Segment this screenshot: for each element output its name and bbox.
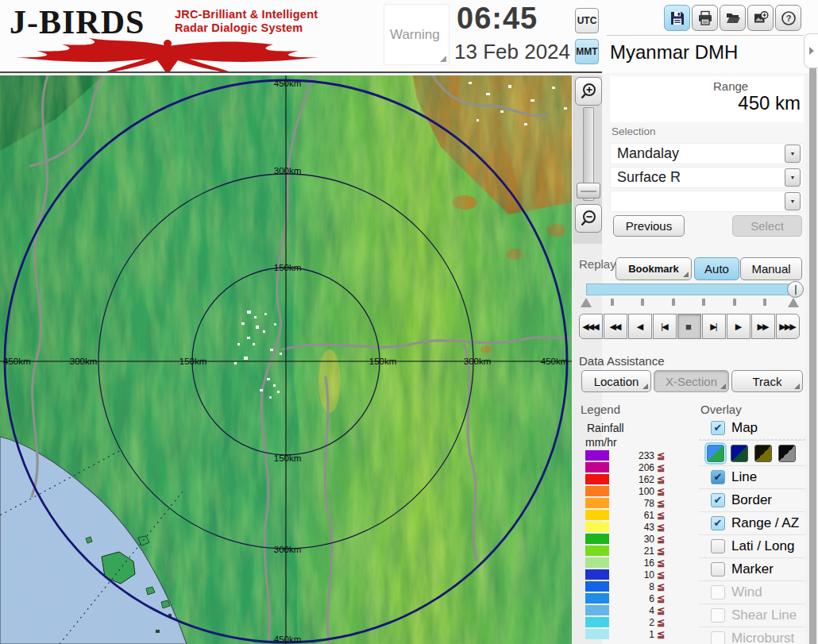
utc-button[interactable]: UTC bbox=[575, 8, 599, 33]
replay-range-end-marker[interactable] bbox=[788, 298, 799, 307]
play-forward-button[interactable]: ▶ bbox=[727, 314, 750, 339]
warning-button-label: Warning bbox=[390, 27, 440, 43]
location-button[interactable]: Location bbox=[581, 370, 651, 392]
fast-backward-button[interactable]: ◀◀ bbox=[604, 314, 627, 339]
overlay-item-wind[interactable]: Wind bbox=[699, 580, 805, 604]
overlay-item-shear-line[interactable]: Shear Line bbox=[699, 604, 805, 627]
legend-row: 100≦ bbox=[585, 485, 673, 497]
manual-button[interactable]: Manual bbox=[740, 257, 802, 280]
legend-operator: ≦ bbox=[657, 462, 665, 473]
overlay-checkbox[interactable] bbox=[711, 539, 725, 553]
warning-button[interactable]: Warning bbox=[384, 4, 450, 65]
overlay-item-microburst[interactable]: Microburst bbox=[699, 627, 805, 644]
legend-row: 16≦ bbox=[585, 557, 673, 569]
zoom-out-icon bbox=[580, 210, 597, 227]
site-dropdown[interactable]: Mandalay bbox=[610, 143, 804, 164]
option-dropdown[interactable] bbox=[610, 191, 804, 212]
open-folder-icon bbox=[725, 10, 741, 26]
overlay-item-border[interactable]: ✔Border bbox=[699, 488, 805, 511]
zoom-slider-thumb[interactable] bbox=[577, 183, 600, 199]
print-icon bbox=[697, 10, 713, 26]
legend-operator: ≦ bbox=[657, 450, 665, 461]
legend-operator: ≦ bbox=[657, 546, 665, 557]
help-button[interactable]: ? bbox=[775, 5, 801, 31]
legend-operator: ≦ bbox=[657, 617, 665, 628]
legend-value: 233 bbox=[609, 450, 654, 461]
overlay-item-marker[interactable]: Marker bbox=[699, 557, 805, 580]
overlay-item-label: Marker bbox=[731, 561, 774, 577]
step-forward-button[interactable]: ▶| bbox=[702, 314, 726, 339]
header-divider bbox=[0, 71, 602, 73]
map-style-swatch-3[interactable] bbox=[754, 445, 772, 462]
legend-value: 162 bbox=[609, 474, 654, 485]
legend-value: 8 bbox=[609, 581, 654, 592]
radar-map[interactable]: 450km 300km 150km 150km 300km 450km 450k… bbox=[0, 75, 572, 644]
zoom-out-button[interactable] bbox=[575, 204, 602, 233]
overlay-checkbox[interactable]: ✔ bbox=[711, 470, 725, 484]
overlay-item-line[interactable]: ✔Line bbox=[699, 465, 805, 488]
stop-button[interactable]: ■ bbox=[677, 314, 701, 339]
auto-button[interactable]: Auto bbox=[694, 257, 739, 280]
slider-tick bbox=[672, 299, 675, 306]
select-button[interactable]: Select bbox=[732, 215, 802, 237]
overlay-checkbox[interactable]: ✔ bbox=[711, 493, 725, 507]
skip-backward-button[interactable]: ◀◀◀ bbox=[579, 314, 603, 339]
product-dropdown[interactable]: Surface R bbox=[610, 167, 804, 188]
help-icon: ? bbox=[781, 10, 797, 26]
map-style-swatch-1[interactable] bbox=[707, 445, 724, 462]
panel-edge-scrollbar[interactable] bbox=[809, 68, 816, 644]
map-style-row bbox=[699, 440, 805, 465]
previous-button[interactable]: Previous bbox=[613, 215, 685, 237]
overlay-checkbox[interactable]: ✔ bbox=[711, 421, 725, 435]
option-dropdown-arrow[interactable]: ▼ bbox=[785, 192, 801, 210]
save-button[interactable] bbox=[664, 5, 690, 31]
overlay-item-label: Map bbox=[731, 420, 758, 436]
legend-operator: ≦ bbox=[657, 593, 665, 604]
step-backward-button[interactable]: |◀ bbox=[653, 314, 677, 339]
overlay-item-map[interactable]: ✔Map bbox=[699, 417, 805, 440]
play-backward-button[interactable]: ◀ bbox=[628, 314, 652, 339]
logo-subtitle-line2: Radar Dialogic System bbox=[175, 21, 318, 35]
track-button[interactable]: Track bbox=[731, 370, 803, 392]
legend-color-swatch bbox=[585, 462, 609, 472]
legend-operator: ≦ bbox=[657, 486, 665, 497]
zoom-in-button[interactable] bbox=[575, 77, 602, 106]
site-dropdown-arrow[interactable]: ▼ bbox=[785, 145, 801, 163]
overlay-item-label: Line bbox=[731, 469, 757, 485]
fast-forward-button[interactable]: ▶▶ bbox=[751, 314, 775, 339]
open-folder-button[interactable] bbox=[720, 5, 746, 31]
range-ring-label: 150km bbox=[369, 357, 397, 366]
station-name: Myanmar DMH bbox=[610, 41, 738, 64]
replay-slider-thumb[interactable] bbox=[787, 281, 804, 298]
overlay-item-label: Microburst bbox=[731, 631, 794, 644]
print-button[interactable] bbox=[692, 5, 718, 31]
playback-controls: ◀◀◀◀◀◀|◀■▶|▶▶▶▶▶▶ bbox=[579, 314, 800, 339]
overlay-item-range-az[interactable]: ✔Range / AZ bbox=[699, 511, 805, 534]
legend-color-swatch bbox=[585, 557, 609, 568]
legend-operator: ≦ bbox=[657, 569, 665, 580]
mmt-button[interactable]: MMT bbox=[575, 39, 599, 64]
selection-label: Selection bbox=[612, 125, 656, 137]
legend-unit-line2: mm/hr bbox=[585, 436, 617, 449]
svg-text:?: ? bbox=[785, 13, 791, 23]
slider-tick bbox=[702, 299, 705, 306]
map-style-swatch-2[interactable] bbox=[731, 445, 748, 462]
overlay-checkbox[interactable]: ✔ bbox=[711, 516, 725, 530]
legend-value: 6 bbox=[609, 593, 654, 604]
x-section-button[interactable]: X-Section bbox=[654, 370, 729, 392]
replay-range-start-marker[interactable] bbox=[581, 298, 592, 307]
product-dropdown-arrow[interactable]: ▼ bbox=[785, 168, 801, 187]
slider-tick bbox=[733, 299, 736, 306]
map-style-swatch-4[interactable] bbox=[778, 445, 796, 462]
range-ring-label: 150km bbox=[274, 263, 302, 272]
skip-forward-button[interactable]: ▶▶▶ bbox=[776, 314, 800, 339]
overlay-checkbox[interactable] bbox=[711, 562, 725, 577]
panel-collapse-handle[interactable] bbox=[804, 33, 818, 68]
legend-color-swatch bbox=[585, 474, 609, 484]
overlay-checkbox bbox=[711, 585, 725, 600]
overlay-item-lati-long[interactable]: Lati / Long bbox=[699, 534, 805, 557]
bookmark-button[interactable]: Bookmark bbox=[615, 257, 692, 280]
add-image-button[interactable] bbox=[747, 5, 774, 31]
replay-slider-track[interactable] bbox=[586, 283, 799, 295]
range-value: 450 km bbox=[699, 92, 801, 114]
